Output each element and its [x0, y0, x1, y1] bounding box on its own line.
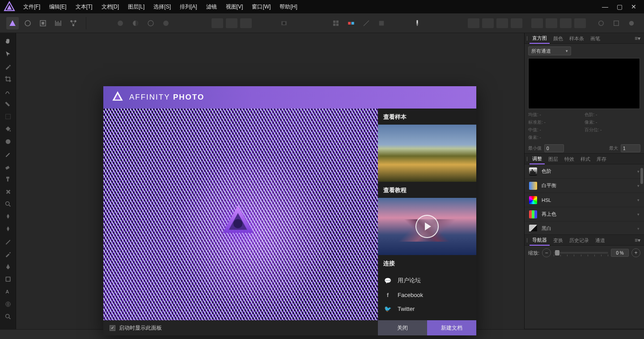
welcome-new-document-button[interactable]: 新建文档 — [427, 320, 476, 335]
window-maximize-button[interactable]: ▢ — [613, 2, 626, 12]
link-forum[interactable]: 💬 用户论坛 — [378, 273, 476, 288]
tool-fill-icon[interactable] — [2, 123, 14, 135]
toolbar-shape3-icon[interactable] — [625, 17, 638, 29]
tool-colorpick-icon[interactable] — [2, 61, 14, 72]
persona-export-icon[interactable] — [67, 17, 80, 29]
toolbar-order2-button[interactable] — [546, 18, 557, 28]
toolbar-grid3-button[interactable] — [240, 18, 252, 28]
tool-crop-icon[interactable] — [2, 73, 14, 85]
menu-filters[interactable]: 滤镜 — [202, 0, 221, 13]
tool-mesh-icon[interactable] — [2, 298, 14, 310]
zoom-value[interactable]: 0 % — [611, 249, 629, 257]
toolbar-torch-icon[interactable] — [411, 17, 424, 29]
tool-text-icon[interactable]: A — [2, 286, 14, 297]
menu-text[interactable]: 文本[T] — [71, 0, 97, 13]
menu-arrange[interactable]: 排列[A] — [175, 0, 202, 13]
persona-develop-icon[interactable] — [37, 17, 49, 29]
tool-move-icon[interactable] — [2, 48, 14, 60]
menu-file[interactable]: 文件[F] — [19, 0, 45, 13]
toolbar-arrange1-button[interactable] — [468, 18, 479, 28]
toolbar-swatch3-icon[interactable] — [360, 17, 373, 29]
menu-select[interactable]: 选择[S] — [149, 0, 175, 13]
hist-max-input[interactable]: 1 — [621, 144, 640, 152]
menu-document[interactable]: 文档[D] — [97, 0, 123, 13]
menu-edit[interactable]: 编辑[E] — [45, 0, 71, 13]
tab-adjust[interactable]: 调整 — [530, 154, 545, 164]
toolbar-circle2-icon[interactable] — [144, 17, 157, 29]
toolbar-swatch4-icon[interactable] — [375, 17, 388, 29]
tool-clone-icon[interactable] — [2, 173, 14, 185]
adjust-item-hsl[interactable]: HSL ▾ — [525, 193, 644, 207]
adjust-scrollbar[interactable] — [640, 166, 643, 229]
menu-window[interactable]: 窗口[W] — [247, 0, 275, 13]
panel-menu-icon[interactable]: ≡▾ — [633, 237, 642, 243]
link-facebook[interactable]: f Facebook — [378, 288, 476, 302]
tab-stock[interactable]: 库存 — [594, 154, 609, 164]
menu-layer[interactable]: 图层[L] — [123, 0, 149, 13]
tool-dodge-icon[interactable] — [2, 198, 14, 210]
welcome-sample-thumb[interactable] — [378, 125, 476, 182]
tab-navigator[interactable]: 导航器 — [530, 235, 550, 246]
toolbar-arrange3-button[interactable] — [496, 18, 508, 28]
adjust-item-bw[interactable]: 黑白 ▾ — [525, 222, 644, 231]
persona-photo-icon[interactable] — [6, 17, 19, 29]
toolbar-shape2-icon[interactable] — [610, 17, 623, 29]
tool-shape-icon[interactable] — [2, 273, 14, 285]
menu-help[interactable]: 帮助[H] — [275, 0, 301, 13]
toolbar-grid2-button[interactable] — [226, 18, 237, 28]
tool-gradient-icon[interactable] — [2, 136, 14, 147]
tool-brush-select-icon[interactable] — [2, 86, 14, 97]
toolbar-grid1-button[interactable] — [212, 18, 223, 28]
toolbar-order4-button[interactable] — [574, 18, 586, 28]
tool-hand-icon[interactable] — [2, 36, 14, 47]
toolbar-swatch2-icon[interactable] — [345, 17, 357, 29]
adjust-item-recolor[interactable]: 再上色 ▾ — [525, 207, 644, 222]
tool-blur-icon[interactable] — [2, 223, 14, 235]
adjust-item-wb[interactable]: 白平衡 ▾ — [525, 179, 644, 193]
toolbar-mask-icon[interactable] — [278, 17, 290, 29]
toolbar-order3-button[interactable] — [560, 18, 572, 28]
link-twitter[interactable]: 🐦 Twitter — [378, 302, 476, 316]
toolbar-arrange4-button[interactable] — [511, 18, 522, 28]
tab-swatches[interactable]: 样本条 — [567, 33, 587, 43]
menu-view[interactable]: 视图[V] — [221, 0, 248, 13]
toolbar-shape1-icon[interactable] — [595, 17, 607, 29]
zoom-slider[interactable] — [554, 252, 608, 254]
adjust-item-levels[interactable]: 色阶 ▾ — [525, 164, 644, 179]
tool-pen-icon[interactable] — [2, 261, 14, 272]
toolbar-swatch1-icon[interactable] — [330, 17, 342, 29]
tool-flood-icon[interactable] — [2, 98, 14, 110]
tab-color[interactable]: 颜色 — [551, 33, 566, 43]
tab-channels[interactable]: 通道 — [593, 235, 608, 245]
tool-brush-icon[interactable] — [2, 148, 14, 160]
histogram-channel-select[interactable]: 所有通道 — [528, 46, 571, 55]
tool-marquee-icon[interactable] — [2, 111, 14, 122]
toolbar-halfcircle-icon[interactable] — [129, 17, 142, 29]
zoom-in-button[interactable]: + — [631, 248, 640, 257]
tool-paint-icon[interactable] — [2, 236, 14, 247]
tab-transform[interactable]: 变换 — [551, 235, 566, 245]
toolbar-order1-button[interactable] — [531, 18, 543, 28]
tool-zoom-icon[interactable] — [2, 311, 14, 322]
tab-histogram[interactable]: 直方图 — [530, 33, 550, 44]
hist-min-input[interactable]: 0 — [544, 144, 564, 152]
window-minimize-button[interactable]: ― — [598, 2, 612, 12]
tab-brushes[interactable]: 画笔 — [588, 33, 603, 43]
tab-styles[interactable]: 样式 — [578, 154, 593, 164]
tool-burn-icon[interactable] — [2, 211, 14, 222]
panel-menu-icon[interactable]: ≡▾ — [633, 35, 642, 42]
persona-liquify-icon[interactable] — [21, 17, 34, 29]
toolbar-arrange2-button[interactable] — [482, 18, 494, 28]
panel-grip-icon[interactable]: || — [526, 238, 527, 243]
tab-fx[interactable]: 特效 — [562, 154, 577, 164]
tool-heal-icon[interactable] — [2, 186, 14, 197]
tool-erase-icon[interactable] — [2, 161, 14, 172]
toolbar-circle3-icon[interactable] — [160, 17, 172, 29]
tool-retouch-icon[interactable] — [2, 248, 14, 260]
tab-layers[interactable]: 图层 — [546, 154, 561, 164]
play-icon[interactable] — [415, 215, 439, 238]
panel-grip-icon[interactable]: || — [526, 156, 527, 161]
zoom-out-button[interactable]: − — [542, 248, 551, 257]
persona-tone-icon[interactable] — [52, 17, 64, 29]
tab-history[interactable]: 历史记录 — [567, 235, 592, 245]
